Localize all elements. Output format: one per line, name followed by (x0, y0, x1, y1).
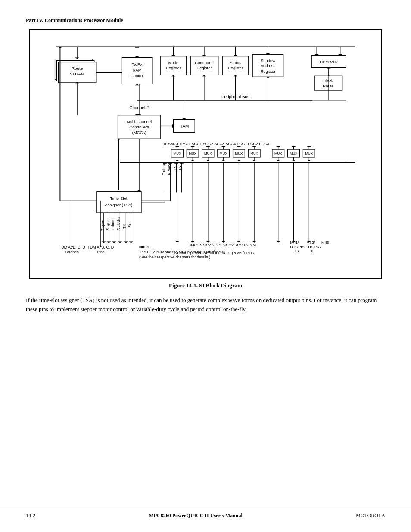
svg-text:Assigner (TSA): Assigner (TSA) (105, 202, 133, 207)
svg-marker-160 (118, 242, 122, 243)
svg-text:MUX: MUX (274, 152, 282, 156)
svg-marker-182 (206, 241, 210, 243)
svg-text:The CPM mux and the MCCs are n: The CPM mux and the MCCs are not part of… (139, 250, 227, 254)
svg-marker-186 (237, 241, 241, 243)
svg-marker-114 (206, 160, 210, 161)
svg-text:Command: Command (195, 60, 213, 65)
svg-text:MUX: MUX (189, 152, 196, 156)
svg-marker-161 (124, 242, 128, 243)
svg-text:Control: Control (131, 73, 143, 78)
svg-text:Route: Route (72, 66, 83, 71)
svg-text:Route: Route (323, 84, 333, 88)
part-heading: Part IV. Communications Processor Module (26, 17, 385, 24)
diagram-svg: Route SI RAM Tx/Rx RAM Control Mode Regi… (34, 34, 377, 274)
svg-text:Clock: Clock (323, 78, 333, 83)
svg-marker-188 (252, 241, 256, 243)
svg-text:TX: TX (122, 224, 127, 229)
diagram-container: Route SI RAM Tx/Rx RAM Control Mode Regi… (29, 29, 382, 279)
body-text: If the time-slot assigner (TSA) is not u… (26, 296, 385, 314)
svg-text:Rx: Rx (178, 165, 182, 170)
svg-text:Rx: Rx (128, 223, 132, 228)
svg-marker-124 (292, 160, 296, 161)
svg-text:Strobes: Strobes (65, 250, 79, 254)
svg-text:Register: Register (196, 65, 212, 70)
svg-text:To:  SMC1 SMC2  SCC1  SCC2   S: To: SMC1 SMC2 SCC1 SCC2 SCC3 SCC4 FCC1 F… (162, 142, 269, 146)
svg-text:MUX: MUX (290, 152, 298, 156)
svg-text:Note:: Note: (139, 245, 149, 249)
svg-text:R clocks: R clocks (116, 217, 121, 231)
svg-marker-116 (221, 160, 226, 161)
svg-marker-110 (175, 160, 180, 161)
svg-text:Register: Register (228, 65, 243, 70)
svg-text:MUX: MUX (220, 152, 227, 156)
svg-text:16: 16 (295, 249, 299, 253)
svg-text:(See their respective chapters: (See their respective chapters for detai… (139, 255, 210, 259)
svg-marker-104 (276, 146, 280, 147)
svg-text:T clocks: T clocks (162, 162, 166, 175)
svg-marker-180 (190, 241, 195, 243)
footer-title: MPC8260 PowerQUICC II User's Manual (149, 513, 242, 519)
svg-text:8: 8 (311, 249, 313, 253)
svg-marker-126 (307, 160, 311, 161)
svg-text:RAM: RAM (133, 68, 142, 72)
svg-text:R sync: R sync (106, 220, 110, 231)
svg-marker-190 (276, 241, 280, 243)
svg-text:Controllers: Controllers (129, 124, 149, 129)
svg-text:Register: Register (260, 69, 275, 74)
svg-marker-184 (221, 241, 226, 243)
svg-text:Pins: Pins (97, 250, 105, 254)
svg-text:Tx/Rx: Tx/Rx (132, 62, 143, 67)
svg-text:MUX: MUX (174, 152, 181, 156)
svg-marker-108 (307, 146, 311, 147)
svg-text:SMC1 SMC2 SCC1  SCC2  SCC3  SC: SMC1 SMC2 SCC1 SCC2 SCC3 SCC4 (188, 243, 256, 247)
svg-marker-178 (175, 241, 180, 243)
svg-text:Address: Address (261, 63, 276, 68)
svg-text:Register: Register (166, 65, 181, 70)
svg-text:Shadow: Shadow (261, 58, 275, 63)
svg-marker-157 (102, 242, 106, 243)
svg-text:MUX: MUX (235, 152, 243, 156)
svg-text:Time-Slot: Time-Slot (110, 196, 127, 201)
svg-text:RAM: RAM (179, 124, 189, 128)
svg-text:Mode: Mode (168, 60, 179, 65)
svg-marker-159 (112, 242, 116, 243)
svg-text:TX: TX (173, 166, 177, 171)
svg-text:UTOPIA: UTOPIA (290, 245, 305, 249)
svg-text:Multi-Channel: Multi-Channel (127, 119, 152, 124)
svg-marker-112 (190, 160, 195, 161)
svg-marker-158 (107, 242, 111, 243)
svg-marker-120 (252, 160, 256, 161)
footer-brand: MOTOROLA (356, 513, 385, 519)
svg-text:MII3: MII3 (321, 240, 329, 245)
svg-text:UTOPIA: UTOPIA (306, 245, 321, 249)
svg-text:Status: Status (230, 60, 241, 65)
svg-text:MUX: MUX (204, 152, 212, 156)
svg-text:T clocks: T clocks (111, 218, 115, 231)
footer-page-number: 14-2 (26, 513, 35, 519)
svg-marker-118 (237, 160, 241, 161)
svg-marker-162 (129, 242, 133, 243)
svg-text:MUX: MUX (305, 152, 313, 156)
page: Part IV. Communications Processor Module… (0, 0, 411, 532)
svg-text:(MCCs): (MCCs) (132, 130, 146, 135)
figure-caption: Figure 14-1. SI Block Diagram (26, 282, 385, 289)
svg-marker-122 (276, 160, 280, 161)
svg-text:MUX: MUX (250, 152, 258, 156)
svg-marker-106 (292, 146, 296, 147)
page-footer: 14-2 MPC8260 PowerQUICC II User's Manual… (0, 509, 411, 519)
svg-text:CPM Mux: CPM Mux (320, 59, 338, 64)
svg-text:SI RAM: SI RAM (70, 72, 84, 76)
